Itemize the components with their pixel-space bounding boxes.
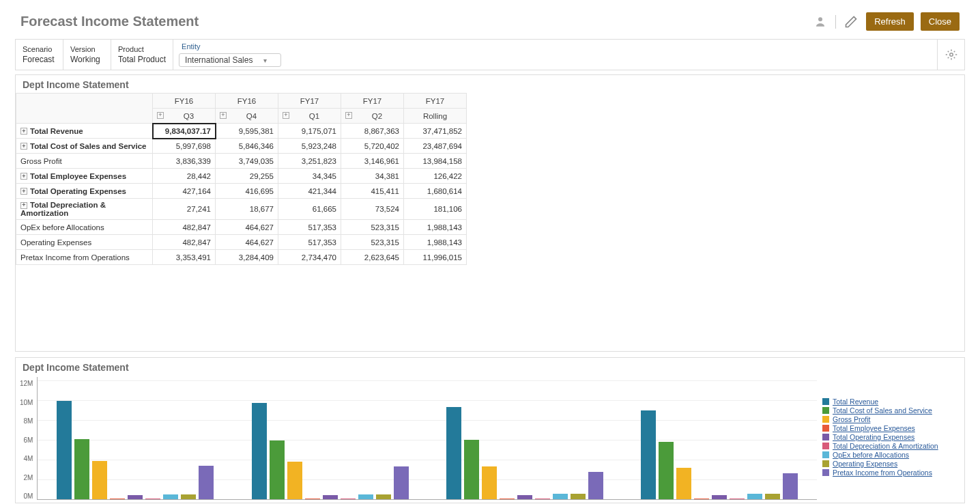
refresh-button[interactable]: Refresh (866, 12, 914, 31)
data-cell[interactable]: 464,627 (216, 220, 278, 235)
row-header[interactable]: +Total Depreciation & Amortization (16, 199, 153, 220)
data-cell[interactable]: 2,734,470 (278, 250, 341, 265)
row-header[interactable]: Operating Expenses (16, 235, 153, 250)
data-cell[interactable]: 5,997,698 (153, 139, 216, 154)
data-cell[interactable]: 517,353 (278, 235, 341, 250)
data-cell[interactable]: 3,353,491 (153, 250, 216, 265)
user-icon[interactable] (812, 14, 828, 30)
data-cell[interactable]: 517,353 (278, 220, 341, 235)
entity-select[interactable]: International Sales ▾ (179, 53, 281, 67)
close-button[interactable]: Close (921, 12, 960, 31)
legend-label[interactable]: Total Revenue (833, 397, 878, 406)
chart-bar[interactable] (747, 494, 762, 499)
chart-bar[interactable] (553, 494, 568, 499)
data-cell[interactable]: 5,846,346 (216, 139, 278, 154)
data-grid[interactable]: FY16FY16FY17FY17FY17 +Q3+Q4+Q1+Q2Rolling… (16, 93, 467, 265)
data-cell[interactable]: 1,988,143 (404, 235, 467, 250)
chart-bar[interactable] (571, 494, 586, 499)
data-cell[interactable]: 61,665 (278, 199, 341, 220)
column-header-period[interactable]: +Q3 (153, 109, 216, 124)
chart-bar[interactable] (730, 499, 745, 499)
legend-label[interactable]: Operating Expenses (833, 460, 897, 468)
row-header[interactable]: OpEx before Allocations (16, 220, 153, 235)
data-cell[interactable]: 34,345 (278, 169, 341, 184)
data-cell[interactable]: 23,487,694 (404, 139, 467, 154)
data-cell[interactable]: 3,251,823 (278, 154, 341, 169)
chart-bar[interactable] (659, 442, 674, 499)
data-cell[interactable]: 482,847 (153, 220, 216, 235)
expand-icon[interactable]: + (345, 112, 352, 119)
chart-bar[interactable] (482, 466, 497, 499)
chart-bar[interactable] (783, 473, 798, 499)
column-header-period[interactable]: +Q2 (341, 109, 404, 124)
legend-label[interactable]: OpEx before Allocations (833, 451, 909, 459)
legend-item[interactable]: Gross Profit (822, 415, 957, 423)
chart-bar[interactable] (358, 494, 373, 499)
data-cell[interactable]: 34,381 (341, 169, 404, 184)
chart-bar[interactable] (270, 440, 285, 499)
chart-bar[interactable] (181, 494, 196, 499)
legend-item[interactable]: Total Revenue (822, 397, 957, 406)
chart-bar[interactable] (517, 495, 532, 499)
chart-bar[interactable] (376, 494, 391, 499)
data-cell[interactable]: 73,524 (341, 199, 404, 220)
data-cell[interactable]: 3,749,035 (216, 154, 278, 169)
chart-bar[interactable] (641, 410, 656, 499)
expand-icon[interactable]: + (20, 173, 27, 180)
data-cell[interactable]: 9,834,037.17 (153, 124, 216, 139)
data-cell[interactable]: 3,836,339 (153, 154, 216, 169)
legend-item[interactable]: Pretax Income from Operations (822, 468, 957, 477)
data-cell[interactable]: 523,315 (341, 220, 404, 235)
data-cell[interactable]: 1,680,614 (404, 184, 467, 199)
chart-bar[interactable] (163, 494, 178, 499)
chart-plot-area[interactable] (37, 377, 817, 500)
chart-bar[interactable] (588, 472, 603, 499)
data-cell[interactable]: 3,146,961 (341, 154, 404, 169)
row-header[interactable]: Gross Profit (16, 154, 153, 169)
data-cell[interactable]: 13,984,158 (404, 154, 467, 169)
column-header-period[interactable]: Rolling (404, 109, 467, 124)
chart-bar[interactable] (145, 499, 160, 499)
data-cell[interactable]: 126,422 (404, 169, 467, 184)
chart-bar[interactable] (74, 439, 89, 499)
data-cell[interactable]: 8,867,363 (341, 124, 404, 139)
chart-bar[interactable] (394, 466, 409, 499)
chart-bar[interactable] (464, 440, 479, 499)
expand-icon[interactable]: + (20, 128, 27, 135)
legend-label[interactable]: Total Depreciation & Amortization (833, 442, 938, 450)
chart-bar[interactable] (341, 499, 356, 499)
data-cell[interactable]: 5,923,248 (278, 139, 341, 154)
data-cell[interactable]: 421,344 (278, 184, 341, 199)
data-cell[interactable]: 427,164 (153, 184, 216, 199)
legend-label[interactable]: Total Cost of Sales and Service (833, 406, 932, 415)
expand-icon[interactable]: + (283, 112, 289, 119)
chart-bar[interactable] (535, 499, 550, 499)
data-cell[interactable]: 18,677 (216, 199, 278, 220)
legend-item[interactable]: Operating Expenses (822, 460, 957, 468)
expand-icon[interactable]: + (220, 112, 227, 119)
legend-label[interactable]: Gross Profit (833, 415, 870, 423)
column-header-period[interactable]: +Q4 (216, 109, 278, 124)
edit-icon[interactable] (843, 14, 859, 30)
data-cell[interactable]: 11,996,015 (404, 250, 467, 265)
data-cell[interactable]: 27,241 (153, 199, 216, 220)
settings-gear-icon[interactable] (937, 40, 964, 70)
data-cell[interactable]: 416,695 (216, 184, 278, 199)
data-cell[interactable]: 2,623,645 (341, 250, 404, 265)
data-cell[interactable]: 1,988,143 (404, 220, 467, 235)
legend-item[interactable]: OpEx before Allocations (822, 451, 957, 459)
legend-item[interactable]: Total Operating Expenses (822, 433, 957, 441)
data-cell[interactable]: 9,595,381 (216, 124, 278, 139)
row-header[interactable]: +Total Operating Expenses (16, 184, 153, 199)
data-cell[interactable]: 9,175,071 (278, 124, 341, 139)
legend-item[interactable]: Total Depreciation & Amortization (822, 442, 957, 450)
chart-bar[interactable] (128, 495, 143, 499)
chart-bar[interactable] (323, 495, 338, 499)
data-cell[interactable]: 3,284,409 (216, 250, 278, 265)
expand-icon[interactable]: + (20, 202, 27, 209)
chart-bar[interactable] (199, 466, 214, 499)
data-cell[interactable]: 482,847 (153, 235, 216, 250)
chart-bar[interactable] (252, 403, 267, 499)
legend-label[interactable]: Pretax Income from Operations (833, 468, 932, 477)
chart-bar[interactable] (500, 499, 515, 499)
